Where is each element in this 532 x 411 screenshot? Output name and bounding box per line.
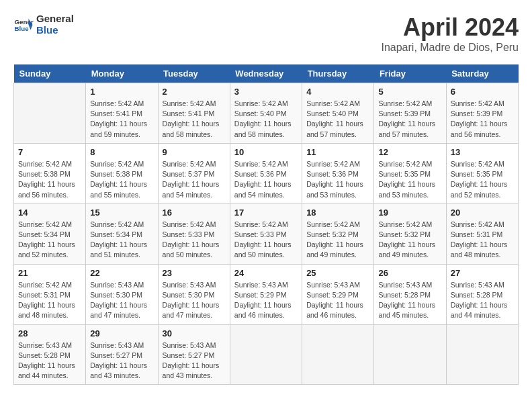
day-info: Sunrise: 5:42 AMSunset: 5:39 PMDaylight:… [378, 99, 441, 140]
calendar-cell [302, 324, 374, 385]
calendar-cell: 3Sunrise: 5:42 AMSunset: 5:40 PMDaylight… [230, 83, 302, 144]
calendar-cell: 1Sunrise: 5:42 AMSunset: 5:41 PMDaylight… [86, 83, 158, 144]
page-header: General Blue General Blue April 2024 Ina… [13, 13, 519, 54]
day-number: 26 [378, 268, 441, 278]
day-info: Sunrise: 5:42 AMSunset: 5:39 PMDaylight:… [451, 99, 514, 140]
day-number: 2 [163, 87, 226, 97]
calendar-cell: 6Sunrise: 5:42 AMSunset: 5:39 PMDaylight… [446, 83, 518, 144]
day-number: 7 [18, 147, 81, 157]
day-info: Sunrise: 5:42 AMSunset: 5:32 PMDaylight:… [378, 220, 441, 261]
day-number: 19 [378, 208, 441, 218]
logo-blue: Blue [36, 25, 74, 36]
calendar-cell [230, 324, 302, 385]
day-info: Sunrise: 5:43 AMSunset: 5:29 PMDaylight:… [306, 280, 369, 321]
calendar-week-row: 14Sunrise: 5:42 AMSunset: 5:34 PMDayligh… [14, 203, 519, 264]
header-day-friday: Friday [374, 64, 446, 83]
calendar-cell: 12Sunrise: 5:42 AMSunset: 5:35 PMDayligh… [374, 143, 446, 203]
day-info: Sunrise: 5:42 AMSunset: 5:35 PMDaylight:… [451, 159, 514, 200]
calendar-cell: 14Sunrise: 5:42 AMSunset: 5:34 PMDayligh… [14, 203, 86, 264]
calendar-cell: 4Sunrise: 5:42 AMSunset: 5:40 PMDaylight… [302, 83, 374, 144]
day-info: Sunrise: 5:43 AMSunset: 5:28 PMDaylight:… [378, 280, 441, 321]
day-number: 17 [234, 208, 298, 218]
calendar-cell: 25Sunrise: 5:43 AMSunset: 5:29 PMDayligh… [302, 264, 374, 324]
day-info: Sunrise: 5:42 AMSunset: 5:34 PMDaylight:… [18, 220, 81, 261]
day-info: Sunrise: 5:42 AMSunset: 5:33 PMDaylight:… [234, 220, 298, 261]
day-info: Sunrise: 5:42 AMSunset: 5:34 PMDaylight:… [90, 220, 153, 261]
day-number: 24 [234, 268, 298, 278]
day-info: Sunrise: 5:43 AMSunset: 5:27 PMDaylight:… [163, 340, 226, 381]
logo-general: General [36, 13, 74, 25]
calendar-cell: 13Sunrise: 5:42 AMSunset: 5:35 PMDayligh… [446, 143, 518, 203]
day-number: 5 [378, 87, 441, 97]
title-area: April 2024 Inapari, Madre de Dios, Peru [381, 13, 519, 54]
day-number: 28 [18, 328, 81, 338]
svg-marker-3 [29, 25, 33, 30]
calendar-cell: 18Sunrise: 5:42 AMSunset: 5:32 PMDayligh… [302, 203, 374, 264]
calendar-cell: 22Sunrise: 5:43 AMSunset: 5:30 PMDayligh… [86, 264, 158, 324]
calendar-cell: 23Sunrise: 5:43 AMSunset: 5:30 PMDayligh… [158, 264, 230, 324]
day-number: 12 [378, 147, 441, 157]
calendar-cell: 19Sunrise: 5:42 AMSunset: 5:32 PMDayligh… [374, 203, 446, 264]
calendar-title: April 2024 [381, 13, 519, 42]
logo-icon: General Blue [13, 15, 34, 35]
day-info: Sunrise: 5:42 AMSunset: 5:36 PMDaylight:… [306, 159, 369, 200]
day-number: 3 [234, 87, 298, 97]
day-info: Sunrise: 5:42 AMSunset: 5:38 PMDaylight:… [90, 159, 153, 200]
header-day-tuesday: Tuesday [158, 64, 230, 83]
day-number: 23 [163, 268, 226, 278]
calendar-subtitle: Inapari, Madre de Dios, Peru [381, 42, 519, 54]
day-number: 9 [163, 147, 226, 157]
day-number: 22 [90, 268, 153, 278]
day-info: Sunrise: 5:42 AMSunset: 5:40 PMDaylight:… [306, 99, 369, 140]
day-info: Sunrise: 5:42 AMSunset: 5:40 PMDaylight:… [234, 99, 298, 140]
calendar-cell: 8Sunrise: 5:42 AMSunset: 5:38 PMDaylight… [86, 143, 158, 203]
day-info: Sunrise: 5:42 AMSunset: 5:31 PMDaylight:… [18, 280, 81, 321]
day-number: 11 [306, 147, 369, 157]
calendar-cell: 10Sunrise: 5:42 AMSunset: 5:36 PMDayligh… [230, 143, 302, 203]
day-info: Sunrise: 5:42 AMSunset: 5:41 PMDaylight:… [163, 99, 226, 140]
calendar-cell: 29Sunrise: 5:43 AMSunset: 5:27 PMDayligh… [86, 324, 158, 385]
day-number: 10 [234, 147, 298, 157]
day-info: Sunrise: 5:42 AMSunset: 5:31 PMDaylight:… [451, 220, 514, 261]
header-day-wednesday: Wednesday [230, 64, 302, 83]
calendar-cell: 30Sunrise: 5:43 AMSunset: 5:27 PMDayligh… [158, 324, 230, 385]
calendar-week-row: 1Sunrise: 5:42 AMSunset: 5:41 PMDaylight… [14, 83, 519, 144]
calendar-week-row: 21Sunrise: 5:42 AMSunset: 5:31 PMDayligh… [14, 264, 519, 324]
calendar-cell: 11Sunrise: 5:42 AMSunset: 5:36 PMDayligh… [302, 143, 374, 203]
calendar-week-row: 7Sunrise: 5:42 AMSunset: 5:38 PMDaylight… [14, 143, 519, 203]
day-number: 16 [163, 208, 226, 218]
day-info: Sunrise: 5:43 AMSunset: 5:28 PMDaylight:… [18, 340, 81, 381]
day-info: Sunrise: 5:42 AMSunset: 5:35 PMDaylight:… [378, 159, 441, 200]
header-day-thursday: Thursday [302, 64, 374, 83]
calendar-cell: 16Sunrise: 5:42 AMSunset: 5:33 PMDayligh… [158, 203, 230, 264]
calendar-cell [374, 324, 446, 385]
calendar-cell: 15Sunrise: 5:42 AMSunset: 5:34 PMDayligh… [86, 203, 158, 264]
calendar-cell: 20Sunrise: 5:42 AMSunset: 5:31 PMDayligh… [446, 203, 518, 264]
day-number: 13 [451, 147, 514, 157]
day-number: 27 [451, 268, 514, 278]
calendar-cell: 27Sunrise: 5:43 AMSunset: 5:28 PMDayligh… [446, 264, 518, 324]
day-info: Sunrise: 5:43 AMSunset: 5:29 PMDaylight:… [234, 280, 298, 321]
day-info: Sunrise: 5:42 AMSunset: 5:41 PMDaylight:… [90, 99, 153, 140]
day-info: Sunrise: 5:42 AMSunset: 5:33 PMDaylight:… [163, 220, 226, 261]
calendar-table: SundayMondayTuesdayWednesdayThursdayFrid… [13, 64, 519, 385]
calendar-cell: 9Sunrise: 5:42 AMSunset: 5:37 PMDaylight… [158, 143, 230, 203]
header-day-monday: Monday [86, 64, 158, 83]
calendar-cell: 21Sunrise: 5:42 AMSunset: 5:31 PMDayligh… [14, 264, 86, 324]
calendar-header-row: SundayMondayTuesdayWednesdayThursdayFrid… [14, 64, 519, 83]
header-day-sunday: Sunday [14, 64, 86, 83]
day-info: Sunrise: 5:42 AMSunset: 5:32 PMDaylight:… [306, 220, 369, 261]
day-number: 6 [451, 87, 514, 97]
day-number: 21 [18, 268, 81, 278]
day-number: 8 [90, 147, 153, 157]
calendar-cell: 26Sunrise: 5:43 AMSunset: 5:28 PMDayligh… [374, 264, 446, 324]
day-info: Sunrise: 5:43 AMSunset: 5:27 PMDaylight:… [90, 340, 153, 381]
day-number: 14 [18, 208, 81, 218]
calendar-week-row: 28Sunrise: 5:43 AMSunset: 5:28 PMDayligh… [14, 324, 519, 385]
day-number: 1 [90, 87, 153, 97]
day-info: Sunrise: 5:42 AMSunset: 5:37 PMDaylight:… [163, 159, 226, 200]
header-day-saturday: Saturday [446, 64, 518, 83]
logo: General Blue General Blue [13, 13, 74, 36]
day-number: 29 [90, 328, 153, 338]
day-info: Sunrise: 5:43 AMSunset: 5:30 PMDaylight:… [90, 280, 153, 321]
